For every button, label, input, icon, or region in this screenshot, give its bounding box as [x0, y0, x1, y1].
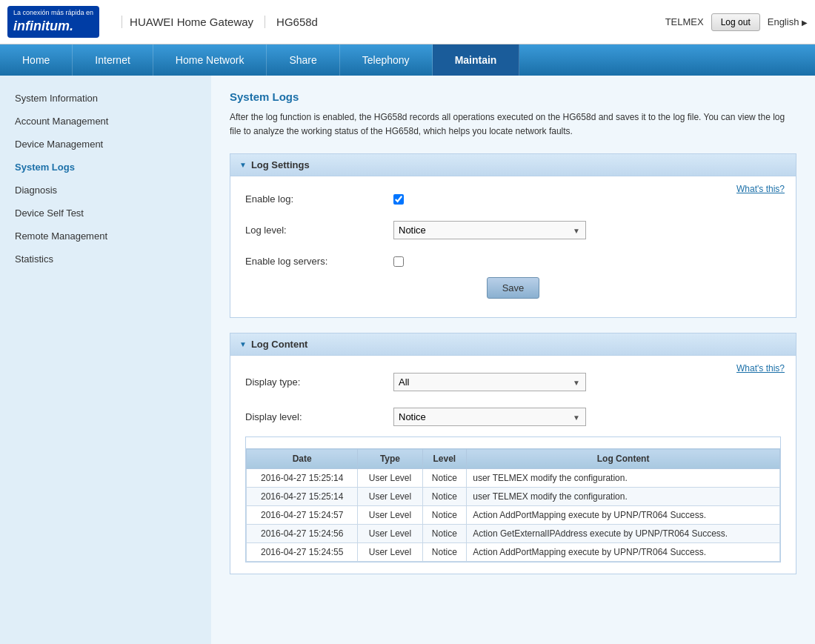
- sidebar-item-device-management[interactable]: Device Management: [0, 133, 211, 156]
- display-type-select-wrapper: AllUser LevelSystem Level: [393, 373, 586, 391]
- nav-item-home-network[interactable]: Home Network: [153, 44, 267, 76]
- log-content-body: What's this? Display type: AllUser Level…: [230, 356, 796, 574]
- log-content-whats-this[interactable]: What's this?: [736, 363, 785, 374]
- header: La conexión más rápida en infinitum. HUA…: [0, 0, 815, 44]
- cell-date: 2016-04-27 15:24:57: [247, 506, 358, 525]
- cell-content: user TELMEX modify the configuration.: [467, 488, 780, 506]
- log-content-title: Log Content: [251, 339, 308, 350]
- model-title: HG658d: [265, 16, 318, 28]
- enable-log-servers-row: Enable log servers:: [245, 250, 781, 267]
- cell-level: Notice: [422, 506, 467, 525]
- cell-level: Notice: [422, 543, 467, 562]
- logo-brand: infinitum.: [13, 18, 93, 35]
- header-right: TELMEX Log out English ▶: [665, 13, 808, 31]
- col-type: Type: [358, 449, 422, 469]
- display-level-select-wrapper: EmergencyAlertCriticalErrorWarningNotice…: [393, 408, 586, 426]
- cell-date: 2016-04-27 15:25:14: [247, 488, 358, 506]
- cell-content: Action AddPortMapping execute by UPNP/TR…: [467, 543, 780, 562]
- sidebar-item-remote-management[interactable]: Remote Management: [0, 225, 211, 248]
- page-description: After the log function is enabled, the H…: [230, 110, 796, 139]
- sidebar-item-device-self-test[interactable]: Device Self Test: [0, 202, 211, 225]
- log-table-header-row: Date Type Level Log Content: [247, 449, 780, 469]
- lang-label: English: [768, 16, 799, 27]
- log-settings-title: Log Settings: [251, 159, 310, 170]
- enable-log-checkbox[interactable]: [393, 194, 404, 205]
- col-level: Level: [422, 449, 467, 469]
- log-content-header: ▼ Log Content: [230, 333, 796, 356]
- main-layout: System InformationAccount ManagementDevi…: [0, 76, 815, 644]
- cell-type: User Level: [358, 506, 422, 525]
- display-level-label: Display level:: [245, 411, 393, 422]
- sidebar-item-system-information[interactable]: System Information: [0, 87, 211, 110]
- cell-date: 2016-04-27 15:24:56: [247, 525, 358, 543]
- table-row: 2016-04-27 15:24:57User LevelNoticeActio…: [247, 506, 780, 525]
- log-table-wrapper: Date Type Level Log Content 2016-04-27 1…: [245, 436, 781, 562]
- cell-type: User Level: [358, 543, 422, 562]
- log-settings-whats-this[interactable]: What's this?: [736, 184, 785, 194]
- cell-type: User Level: [358, 469, 422, 488]
- navbar: HomeInternetHome NetworkShareTelephonyMa…: [0, 44, 815, 76]
- sidebar-item-diagnosis[interactable]: Diagnosis: [0, 179, 211, 202]
- sidebar-item-statistics[interactable]: Statistics: [0, 248, 211, 270]
- logo-text: La conexión más rápida en infinitum.: [7, 6, 99, 38]
- log-table-body: 2016-04-27 15:25:14User LevelNoticeuser …: [247, 469, 780, 562]
- log-level-label: Log level:: [245, 225, 393, 236]
- nav-item-share[interactable]: Share: [267, 44, 339, 76]
- user-label: TELMEX: [665, 16, 704, 27]
- nav-item-telephony[interactable]: Telephony: [340, 44, 433, 76]
- language-selector[interactable]: English ▶: [768, 16, 808, 27]
- log-level-select[interactable]: EmergencyAlertCriticalErrorWarningNotice…: [393, 221, 586, 239]
- page-title: System Logs: [230, 90, 796, 103]
- display-level-row: Display level: EmergencyAlertCriticalErr…: [245, 402, 781, 426]
- content-area: System Logs After the log function is en…: [211, 76, 815, 644]
- enable-log-control: [393, 194, 404, 205]
- brand-title: HUAWEI Home Gateway: [122, 16, 253, 28]
- cell-level: Notice: [422, 525, 467, 543]
- logout-button[interactable]: Log out: [711, 13, 760, 31]
- enable-log-label: Enable log:: [245, 193, 393, 205]
- display-level-control: EmergencyAlertCriticalErrorWarningNotice…: [393, 408, 586, 426]
- nav-item-maintain[interactable]: Maintain: [433, 44, 520, 76]
- log-settings-body: What's this? Enable log: Log level: Emer…: [230, 176, 796, 317]
- display-type-control: AllUser LevelSystem Level: [393, 373, 586, 391]
- table-row: 2016-04-27 15:25:14User LevelNoticeuser …: [247, 469, 780, 488]
- log-table: Date Type Level Log Content 2016-04-27 1…: [246, 448, 780, 562]
- save-button[interactable]: Save: [487, 277, 540, 299]
- cell-type: User Level: [358, 525, 422, 543]
- logo-area: La conexión más rápida en infinitum.: [7, 6, 99, 38]
- table-row: 2016-04-27 15:24:55User LevelNoticeActio…: [247, 543, 780, 562]
- cell-date: 2016-04-27 15:25:14: [247, 469, 358, 488]
- display-level-select[interactable]: EmergencyAlertCriticalErrorWarningNotice…: [393, 408, 586, 426]
- cell-date: 2016-04-27 15:24:55: [247, 543, 358, 562]
- col-content: Log Content: [467, 449, 780, 469]
- table-row: 2016-04-27 15:25:14User LevelNoticeuser …: [247, 488, 780, 506]
- enable-log-servers-control: [393, 256, 404, 267]
- col-date: Date: [247, 449, 358, 469]
- cell-content: Action AddPortMapping execute by UPNP/TR…: [467, 506, 780, 525]
- log-table-head: Date Type Level Log Content: [247, 449, 780, 469]
- log-settings-arrow-icon: ▼: [239, 161, 247, 169]
- save-row: Save: [245, 277, 781, 299]
- cell-type: User Level: [358, 488, 422, 506]
- display-type-row: Display type: AllUser LevelSystem Level: [245, 367, 781, 391]
- log-settings-section: ▼ Log Settings What's this? Enable log: …: [230, 153, 796, 318]
- display-type-label: Display type:: [245, 376, 393, 388]
- sidebar: System InformationAccount ManagementDevi…: [0, 76, 211, 644]
- enable-log-servers-checkbox[interactable]: [393, 256, 404, 267]
- enable-log-servers-label: Enable log servers:: [245, 256, 393, 267]
- cell-level: Notice: [422, 469, 467, 488]
- log-content-arrow-icon: ▼: [239, 340, 247, 348]
- log-settings-header: ▼ Log Settings: [230, 154, 796, 176]
- enable-log-row: Enable log:: [245, 187, 781, 205]
- table-row: 2016-04-27 15:24:56User LevelNoticeActio…: [247, 525, 780, 543]
- nav-item-home[interactable]: Home: [0, 44, 73, 76]
- nav-item-internet[interactable]: Internet: [73, 44, 153, 76]
- logo-tagline: La conexión más rápida en: [13, 9, 93, 18]
- log-content-section: ▼ Log Content What's this? Display type:…: [230, 333, 796, 574]
- lang-arrow-icon: ▶: [802, 19, 808, 27]
- display-type-select[interactable]: AllUser LevelSystem Level: [393, 373, 586, 391]
- cell-level: Notice: [422, 488, 467, 506]
- sidebar-item-system-logs[interactable]: System Logs: [0, 156, 211, 179]
- sidebar-item-account-management[interactable]: Account Management: [0, 110, 211, 133]
- cell-content: Action GetExternalIPAddress execute by U…: [467, 525, 780, 543]
